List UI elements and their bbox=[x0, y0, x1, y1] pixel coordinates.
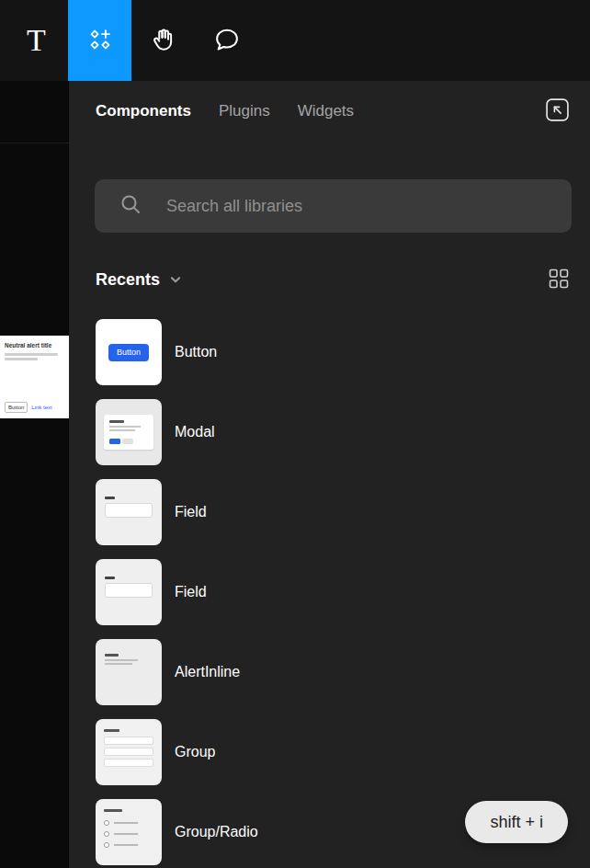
preview-shape bbox=[109, 420, 124, 423]
grid-icon bbox=[548, 268, 570, 292]
toolbar: T bbox=[0, 0, 590, 81]
open-panel-window-button[interactable] bbox=[545, 97, 570, 125]
panel-tabs: Components Plugins Widgets bbox=[69, 81, 590, 142]
preview-shape bbox=[105, 503, 153, 518]
alert-title: Neutral alert title bbox=[5, 342, 64, 349]
preview-shape bbox=[104, 842, 109, 848]
resources-panel: Components Plugins Widgets bbox=[69, 81, 590, 868]
content-area: Neutral alert title Button Link text Com… bbox=[0, 81, 590, 868]
component-label: Group bbox=[175, 744, 215, 760]
preview-shape bbox=[114, 822, 138, 824]
canvas: Neutral alert title Button Link text bbox=[0, 81, 69, 868]
preview-shape bbox=[104, 831, 109, 837]
component-label: AlertInline bbox=[175, 664, 240, 680]
component-item-modal[interactable]: Modal bbox=[69, 399, 590, 465]
text-tool-icon: T bbox=[27, 25, 46, 56]
button-preview: Button bbox=[108, 344, 149, 361]
component-label: Modal bbox=[175, 424, 215, 440]
component-item-field[interactable]: Field bbox=[69, 559, 590, 625]
preview-shape bbox=[109, 439, 120, 444]
preview-shape bbox=[105, 497, 115, 499]
components-list: Button Button Modal bbox=[69, 319, 590, 865]
preview-shape bbox=[109, 429, 135, 431]
component-thumbnail bbox=[96, 719, 162, 785]
arrow-up-left-square-icon bbox=[545, 97, 570, 125]
preview-shape bbox=[105, 654, 119, 657]
resources-tool-button[interactable] bbox=[68, 0, 131, 81]
grid-view-button[interactable] bbox=[548, 268, 570, 292]
search-input[interactable] bbox=[166, 197, 553, 216]
search-bar bbox=[95, 179, 572, 233]
tab-plugins[interactable]: Plugins bbox=[219, 102, 270, 120]
preview-shape bbox=[114, 844, 138, 846]
search-icon bbox=[119, 192, 142, 220]
preview-shape bbox=[104, 737, 153, 745]
figma-app: T bbox=[0, 0, 590, 868]
hand-icon bbox=[150, 26, 177, 56]
alert-body-line bbox=[5, 353, 58, 356]
alert-button: Button bbox=[5, 402, 28, 413]
text-tool-button[interactable]: T bbox=[5, 0, 68, 81]
comment-icon bbox=[213, 26, 241, 56]
preview-shape bbox=[104, 820, 109, 826]
preview-shape bbox=[104, 759, 153, 767]
chevron-down-icon[interactable] bbox=[169, 273, 182, 286]
component-item-button[interactable]: Button Button bbox=[69, 319, 590, 385]
preview-shape bbox=[105, 583, 153, 598]
component-item-alertinline[interactable]: AlertInline bbox=[69, 639, 590, 705]
section-header: Recents bbox=[69, 268, 590, 291]
component-thumbnail bbox=[96, 639, 162, 705]
component-thumbnail bbox=[96, 399, 162, 465]
component-item-field[interactable]: Field bbox=[69, 479, 590, 545]
preview-shape bbox=[104, 729, 119, 732]
component-item-group[interactable]: Group bbox=[69, 719, 590, 785]
alert-actions: Button Link text bbox=[5, 402, 64, 413]
alert-component-on-canvas[interactable]: Neutral alert title Button Link text bbox=[0, 336, 69, 418]
component-label: Field bbox=[175, 584, 207, 600]
preview-shape bbox=[105, 659, 138, 661]
resources-icon bbox=[87, 27, 113, 55]
canvas-frame-edge bbox=[0, 143, 69, 143]
hand-tool-button[interactable] bbox=[131, 0, 195, 81]
component-label: Field bbox=[175, 504, 207, 520]
preview-shape bbox=[105, 577, 115, 579]
shortcut-hint-badge: shift + i bbox=[465, 801, 568, 843]
preview-shape bbox=[105, 663, 132, 665]
preview-shape bbox=[122, 439, 133, 444]
component-thumbnail: Button bbox=[96, 319, 162, 385]
tab-components[interactable]: Components bbox=[96, 102, 191, 120]
component-thumbnail bbox=[96, 559, 162, 625]
alert-link: Link text bbox=[31, 405, 51, 410]
component-thumbnail bbox=[96, 799, 162, 865]
tab-widgets[interactable]: Widgets bbox=[298, 102, 354, 120]
preview-shape bbox=[104, 748, 153, 756]
component-label: Button bbox=[175, 344, 217, 360]
preview-shape bbox=[114, 833, 138, 835]
preview-shape bbox=[109, 426, 141, 428]
component-label: Group/Radio bbox=[175, 824, 258, 840]
comment-tool-button[interactable] bbox=[195, 0, 258, 81]
preview-shape bbox=[104, 809, 122, 812]
component-thumbnail bbox=[96, 479, 162, 545]
alert-body-line bbox=[5, 358, 38, 360]
section-title: Recents bbox=[96, 270, 160, 290]
